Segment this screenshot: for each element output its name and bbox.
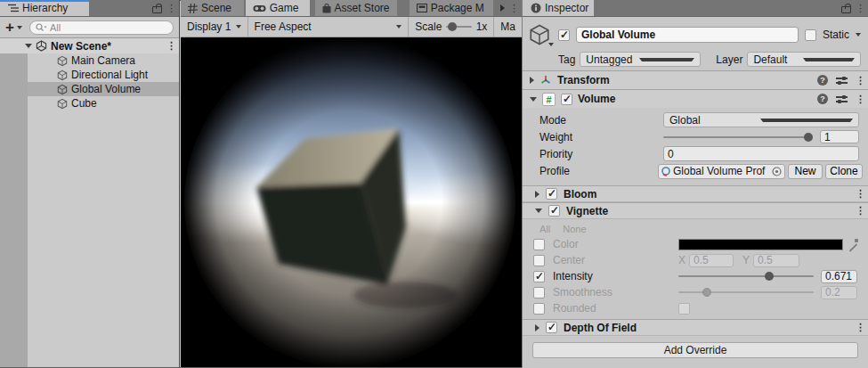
hierarchy-item-main-camera[interactable]: Main Camera xyxy=(28,53,179,68)
object-picker-icon[interactable] xyxy=(772,167,782,176)
bloom-enabled-checkbox[interactable] xyxy=(546,188,557,200)
transform-component-header[interactable]: Transform ? xyxy=(523,70,868,89)
scale-slider[interactable] xyxy=(446,26,471,28)
priority-input[interactable]: 0 xyxy=(663,146,859,161)
profile-object-field[interactable]: Global Volume Prof xyxy=(658,164,785,179)
intensity-slider-handle[interactable] xyxy=(765,272,774,281)
new-button-label: New xyxy=(794,165,815,177)
smoothness-slider-handle[interactable] xyxy=(702,288,711,297)
foldout-open-icon[interactable] xyxy=(25,44,32,48)
lock-icon[interactable] xyxy=(840,4,850,13)
volume-body: Mode Global Weight 1 Priorit xyxy=(523,108,868,185)
intensity-input[interactable]: 0.671 xyxy=(821,270,857,283)
chevron-down-icon xyxy=(396,25,402,29)
bloom-override-header[interactable]: Bloom xyxy=(523,185,868,202)
maximize-on-play-toggle[interactable]: Ma xyxy=(494,17,522,37)
panel-menu-icon[interactable] xyxy=(856,4,863,13)
tag-value: Untagged xyxy=(586,53,636,66)
eyedropper-icon[interactable] xyxy=(847,238,859,250)
scene-row[interactable]: New Scene* xyxy=(0,38,179,53)
volume-component-header[interactable]: # Volume ? xyxy=(523,89,868,108)
color-override-checkbox[interactable] xyxy=(533,239,545,250)
unity-editor-window: Hierarchy + All New Scene* xyxy=(0,0,868,368)
vignette-override-header[interactable]: Vignette xyxy=(523,202,868,219)
display-dropdown[interactable]: Display 1 xyxy=(181,17,248,37)
help-icon[interactable]: ? xyxy=(817,75,828,86)
override-menu-icon[interactable] xyxy=(856,189,863,199)
foldout-closed-icon[interactable] xyxy=(530,77,534,84)
override-menu-icon[interactable] xyxy=(856,206,863,216)
preset-icon[interactable] xyxy=(836,94,848,104)
tab-scene[interactable]: Scene xyxy=(181,0,244,16)
scale-slider-handle[interactable] xyxy=(448,22,457,31)
shopping-bag-icon xyxy=(322,4,331,13)
override-menu-icon[interactable] xyxy=(856,323,863,332)
maximize-label: Ma xyxy=(500,20,515,33)
all-button[interactable]: All xyxy=(539,224,550,234)
panel-menu-icon[interactable] xyxy=(509,4,516,13)
static-dropdown-icon[interactable] xyxy=(856,33,861,37)
rounded-value-checkbox[interactable] xyxy=(678,303,690,315)
hierarchy-item-global-volume[interactable]: Global Volume xyxy=(28,82,179,96)
foldout-open-icon[interactable] xyxy=(535,209,542,213)
tab-game[interactable]: Game xyxy=(246,0,310,16)
gameobject-active-checkbox[interactable] xyxy=(558,29,570,41)
create-object-button[interactable]: + xyxy=(5,21,22,34)
tab-asset-store[interactable]: Asset Store xyxy=(315,0,397,16)
gameobject-icon[interactable] xyxy=(528,23,552,46)
none-button[interactable]: None xyxy=(563,224,586,234)
weight-slider[interactable] xyxy=(663,136,813,138)
priority-row: Priority 0 xyxy=(523,145,868,162)
center-y-input[interactable]: 0.5 xyxy=(753,254,799,267)
tab-inspector[interactable]: Inspector xyxy=(523,0,594,16)
tab-package-manager[interactable]: Package M xyxy=(410,0,493,16)
transform-tool-icon xyxy=(539,75,552,86)
intensity-value: 0.671 xyxy=(825,270,852,282)
lock-icon[interactable] xyxy=(151,4,161,13)
static-checkbox[interactable] xyxy=(805,29,816,41)
panel-menu-icon[interactable] xyxy=(166,4,174,13)
vignette-enabled-checkbox[interactable] xyxy=(548,205,560,217)
smoothness-slider[interactable] xyxy=(678,291,814,293)
smoothness-value: 0.2 xyxy=(825,286,840,298)
game-viewport[interactable] xyxy=(181,37,522,367)
component-menu-icon[interactable] xyxy=(856,76,863,86)
foldout-open-icon[interactable] xyxy=(530,97,537,102)
hierarchy-item-cube[interactable]: Cube xyxy=(28,96,179,110)
weight-slider-handle[interactable] xyxy=(804,133,813,142)
layer-dropdown[interactable]: Default xyxy=(747,52,861,67)
profile-new-button[interactable]: New xyxy=(788,164,823,179)
aspect-dropdown[interactable]: Free Aspect xyxy=(248,17,410,37)
add-override-button[interactable]: Add Override xyxy=(532,342,858,358)
weight-label: Weight xyxy=(539,131,663,143)
center-override-checkbox[interactable] xyxy=(533,255,545,266)
smoothness-input[interactable]: 0.2 xyxy=(821,286,857,299)
profile-clone-button[interactable]: Clone xyxy=(825,164,863,179)
foldout-closed-icon[interactable] xyxy=(535,324,539,331)
more-tabs-arrow-icon[interactable] xyxy=(500,4,505,12)
active-window-accent xyxy=(0,0,89,2)
tag-dropdown[interactable]: Untagged xyxy=(580,52,701,67)
preset-icon[interactable] xyxy=(836,76,848,86)
foldout-closed-icon[interactable] xyxy=(535,191,539,198)
mode-dropdown[interactable]: Global xyxy=(663,112,859,127)
scene-menu-icon[interactable] xyxy=(166,41,174,51)
component-menu-icon[interactable] xyxy=(856,94,863,104)
help-icon[interactable]: ? xyxy=(817,94,828,104)
intensity-slider[interactable] xyxy=(678,275,814,277)
item-label: Global Volume xyxy=(71,83,141,95)
rounded-override-checkbox[interactable] xyxy=(533,303,545,315)
smoothness-override-checkbox[interactable] xyxy=(533,287,545,298)
dof-override-header[interactable]: Depth Of Field xyxy=(523,319,868,336)
hierarchy-item-directional-light[interactable]: Directional Light xyxy=(28,68,179,82)
hierarchy-search-input[interactable]: All xyxy=(29,20,174,35)
gameobject-name-input[interactable]: Global Volume xyxy=(576,27,799,43)
center-x-input[interactable]: 0.5 xyxy=(689,254,734,267)
dof-enabled-checkbox[interactable] xyxy=(546,322,557,333)
weight-input[interactable]: 1 xyxy=(820,130,859,143)
intensity-override-checkbox[interactable] xyxy=(533,271,545,282)
volume-enabled-checkbox[interactable] xyxy=(561,94,572,105)
tab-hierarchy[interactable]: Hierarchy xyxy=(0,0,89,16)
color-swatch[interactable] xyxy=(678,239,844,250)
gameobject-name-row: Global Volume Static xyxy=(528,23,861,46)
